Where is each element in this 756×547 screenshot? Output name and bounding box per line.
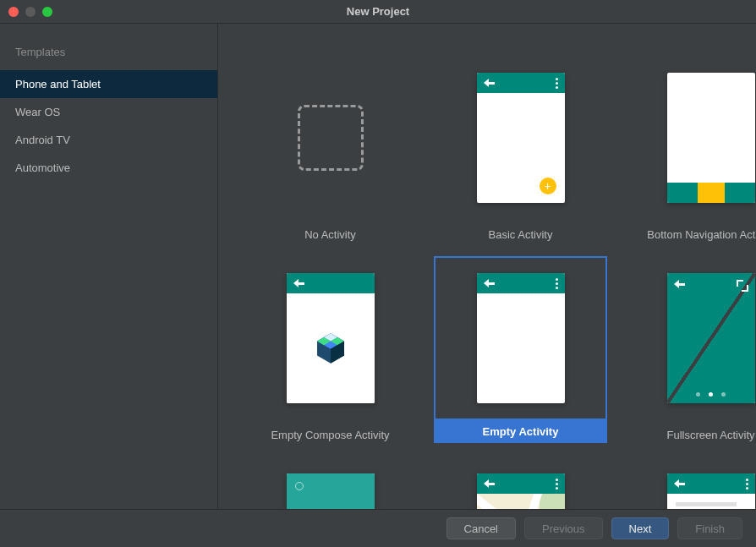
compose-thumb bbox=[287, 273, 375, 403]
window-title: New Project bbox=[347, 5, 409, 18]
thumb-wrapper bbox=[434, 56, 607, 220]
back-arrow-icon bbox=[674, 280, 679, 288]
close-icon bbox=[295, 482, 304, 490]
appbar bbox=[477, 473, 565, 494]
template-gallery: No ActivityBasic ActivityBottom Navigati… bbox=[218, 24, 756, 509]
template-card-maps[interactable] bbox=[434, 457, 607, 509]
template-card-basic-activity[interactable]: Basic Activity bbox=[434, 56, 607, 244]
previous-button[interactable]: Previous bbox=[524, 517, 603, 539]
template-card-interstitial-ad[interactable]: Interstitial AdInterstitial Ad bbox=[244, 457, 417, 509]
back-arrow-icon bbox=[484, 279, 489, 287]
template-label: Bottom Navigation Activity bbox=[624, 220, 756, 244]
appbar bbox=[287, 273, 375, 293]
finish-button[interactable]: Finish bbox=[677, 517, 742, 539]
overflow-icon bbox=[746, 479, 748, 490]
jetpack-compose-icon bbox=[313, 331, 348, 366]
thumb-wrapper bbox=[434, 256, 607, 420]
sidebar-item-automotive[interactable]: Automotive bbox=[0, 154, 217, 182]
thumb-wrapper: Interstitial Ad bbox=[244, 457, 417, 509]
template-label: No Activity bbox=[244, 220, 417, 244]
template-label: Basic Activity bbox=[434, 220, 607, 244]
thumb-wrapper bbox=[624, 457, 756, 509]
cancel-button[interactable]: Cancel bbox=[446, 517, 516, 539]
back-arrow-icon bbox=[674, 479, 679, 488]
thumb-wrapper bbox=[244, 56, 417, 220]
thumb-wrapper bbox=[244, 256, 417, 420]
maps-thumb bbox=[477, 473, 565, 509]
sidebar-header: Templates bbox=[0, 41, 217, 70]
maximize-window-icon[interactable] bbox=[42, 7, 52, 17]
template-label: Empty Compose Activity bbox=[244, 420, 417, 445]
overflow-icon bbox=[556, 78, 558, 89]
basic-activity-thumb bbox=[477, 73, 565, 203]
list-detail-thumb bbox=[667, 473, 755, 509]
sidebar-item-android-tv[interactable]: Android TV bbox=[0, 126, 217, 154]
next-button[interactable]: Next bbox=[611, 517, 670, 539]
pager-dots-icon bbox=[667, 392, 755, 397]
close-window-icon[interactable] bbox=[8, 7, 19, 17]
template-card-fullscreen-activity[interactable]: Fullscreen Activity bbox=[624, 256, 756, 445]
main-area: Templates Phone and TabletWear OSAndroid… bbox=[0, 24, 756, 509]
template-card-bottom-navigation-activity[interactable]: Bottom Navigation Activity bbox=[624, 56, 756, 244]
template-label: Fullscreen Activity bbox=[624, 420, 756, 445]
fullscreen-thumb bbox=[667, 273, 755, 403]
empty-activity-thumb bbox=[477, 273, 565, 403]
thumb-wrapper bbox=[434, 457, 607, 509]
expand-icon bbox=[737, 280, 748, 292]
interstitial-ad-thumb: Interstitial Ad bbox=[287, 473, 375, 509]
template-card-empty-activity[interactable]: Empty Activity bbox=[434, 256, 607, 445]
titlebar: New Project bbox=[0, 0, 756, 24]
overflow-icon bbox=[556, 479, 558, 490]
overflow-icon bbox=[556, 278, 558, 289]
appbar bbox=[477, 73, 565, 93]
thumb-wrapper bbox=[624, 56, 756, 220]
template-card-list[interactable] bbox=[624, 457, 756, 509]
sidebar: Templates Phone and TabletWear OSAndroid… bbox=[0, 24, 218, 509]
thumb-wrapper bbox=[624, 256, 756, 420]
back-arrow-icon bbox=[293, 279, 299, 287]
fab-icon bbox=[540, 178, 556, 194]
sidebar-item-wear-os[interactable]: Wear OS bbox=[0, 98, 217, 126]
bottom-nav-thumb bbox=[667, 73, 755, 203]
bottom-nav-bar bbox=[667, 183, 755, 203]
template-card-empty-compose-activity[interactable]: Empty Compose Activity bbox=[244, 256, 417, 445]
appbar bbox=[477, 273, 565, 293]
back-arrow-icon bbox=[484, 79, 489, 87]
template-card-no-activity[interactable]: No Activity bbox=[244, 56, 417, 244]
appbar bbox=[667, 473, 755, 494]
template-label: Empty Activity bbox=[434, 420, 607, 443]
no-activity-thumb bbox=[287, 73, 375, 203]
traffic-lights bbox=[8, 7, 52, 17]
footer: Cancel Previous Next Finish bbox=[0, 509, 756, 547]
sidebar-item-phone-and-tablet[interactable]: Phone and Tablet bbox=[0, 70, 217, 98]
dashed-rectangle-icon bbox=[298, 105, 364, 171]
back-arrow-icon bbox=[484, 479, 489, 488]
minimize-window-icon[interactable] bbox=[25, 7, 36, 17]
